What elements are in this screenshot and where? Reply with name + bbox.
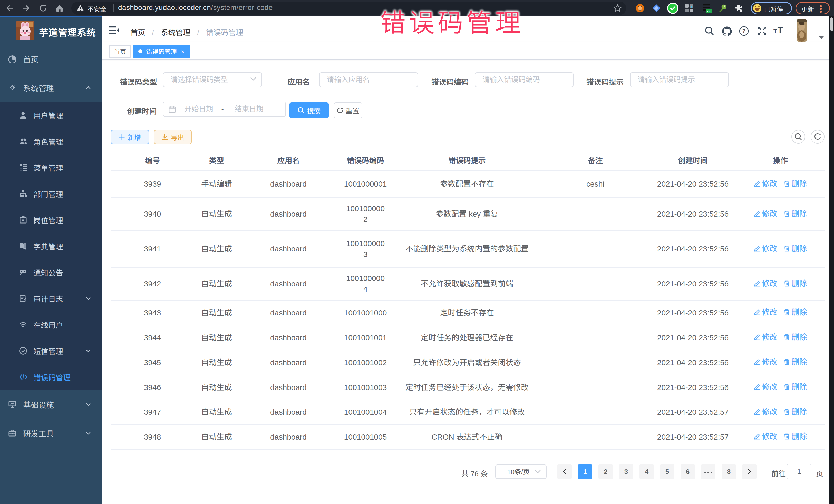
svg-text:?: ? <box>742 28 746 35</box>
svg-text:T: T <box>777 26 783 35</box>
svg-text:T: T <box>773 28 777 35</box>
svg-text:on: on <box>707 9 711 13</box>
